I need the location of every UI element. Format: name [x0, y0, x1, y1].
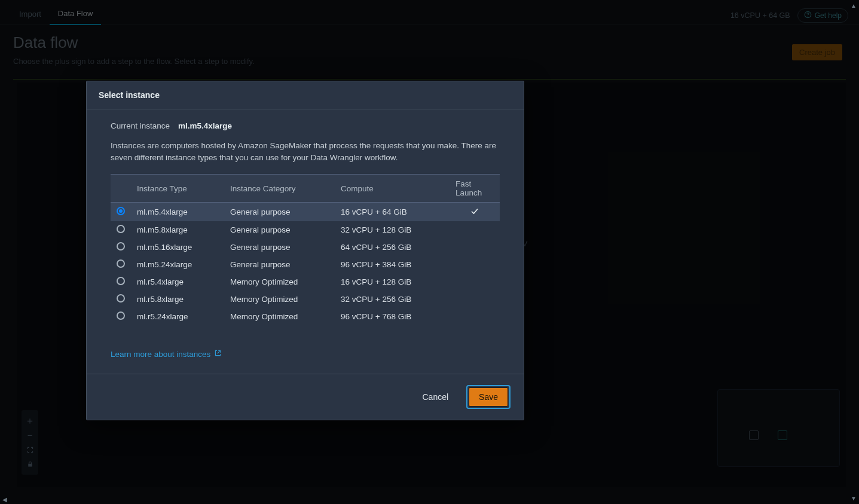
learn-more-label: Learn more about instances — [111, 350, 210, 359]
col-compute: Compute — [335, 175, 450, 203]
current-instance-value: ml.m5.4xlarge — [178, 121, 232, 130]
instance-fast-cell — [450, 239, 500, 256]
help-icon — [804, 11, 812, 20]
instance-radio[interactable] — [117, 207, 125, 215]
instance-category-cell: General purpose — [224, 203, 335, 222]
canvas-tools: ＋ － — [22, 410, 38, 475]
instance-fast-cell — [450, 221, 500, 239]
top-tab-bar: Import Data Flow 16 vCPU + 64 GB Get hel… — [0, 6, 859, 25]
instance-radio[interactable] — [117, 225, 125, 233]
instance-row[interactable]: ml.r5.8xlargeMemory Optimized32 vCPU + 2… — [111, 291, 500, 308]
instance-fast-cell — [450, 256, 500, 273]
col-instance-category: Instance Category — [224, 175, 335, 203]
modal-description: Instances are computers hosted by Amazon… — [111, 140, 500, 163]
instance-radio[interactable] — [117, 242, 125, 251]
header-divider — [13, 79, 846, 80]
instance-fast-cell — [450, 291, 500, 308]
check-icon — [470, 209, 479, 218]
instance-type-cell: ml.r5.24xlarge — [131, 308, 224, 325]
tab-data-flow[interactable]: Data Flow — [50, 5, 102, 25]
lock-button[interactable] — [23, 457, 37, 471]
learn-more-link[interactable]: Learn more about instances — [111, 349, 222, 359]
modal-header: Select instance — [87, 81, 524, 109]
zoom-in-button[interactable]: ＋ — [23, 414, 37, 428]
instance-radio[interactable] — [117, 311, 125, 320]
minimap[interactable] — [717, 389, 840, 467]
create-job-button[interactable]: Create job — [792, 44, 842, 60]
tab-import[interactable]: Import — [11, 6, 50, 25]
page-header: Data flow Choose the plus sign to add a … — [13, 33, 846, 66]
modal-footer: Cancel Save — [87, 374, 524, 420]
cancel-button[interactable]: Cancel — [414, 388, 457, 406]
instance-row[interactable]: ml.m5.24xlargeGeneral purpose96 vCPU + 3… — [111, 256, 500, 273]
instance-compute-cell: 32 vCPU + 256 GiB — [335, 291, 450, 308]
instance-fast-cell — [450, 203, 500, 222]
instance-fast-cell — [450, 273, 500, 291]
instance-category-cell: Memory Optimized — [224, 291, 335, 308]
svg-point-1 — [808, 16, 808, 16]
instance-type-cell: ml.m5.8xlarge — [131, 221, 224, 239]
select-instance-modal: Select instance Current instance ml.m5.4… — [86, 81, 524, 420]
col-instance-type: Instance Type — [131, 175, 224, 203]
modal-body: Current instance ml.m5.4xlarge Instances… — [87, 109, 524, 374]
minimap-node — [749, 430, 759, 440]
instance-compute-cell: 96 vCPU + 384 GiB — [335, 256, 450, 273]
instance-row[interactable]: ml.m5.8xlargeGeneral purpose32 vCPU + 12… — [111, 221, 500, 239]
scroll-left-icon[interactable]: ◀ — [2, 496, 7, 503]
scroll-up-icon[interactable]: ▲ — [851, 2, 857, 9]
get-help-label: Get help — [815, 11, 842, 20]
instance-type-cell: ml.m5.16xlarge — [131, 239, 224, 256]
page-title: Data flow — [13, 33, 846, 52]
col-fast-launch: Fast Launch — [450, 175, 500, 203]
instance-compute-cell: 64 vCPU + 256 GiB — [335, 239, 450, 256]
instance-category-cell: General purpose — [224, 221, 335, 239]
instance-type-cell: ml.r5.4xlarge — [131, 273, 224, 291]
instance-row[interactable]: ml.m5.4xlargeGeneral purpose16 vCPU + 64… — [111, 203, 500, 222]
instance-radio[interactable] — [117, 294, 125, 303]
instance-category-cell: General purpose — [224, 256, 335, 273]
current-instance-label: Current instance — [111, 121, 170, 130]
external-link-icon — [214, 349, 222, 359]
modal-title: Select instance — [99, 90, 512, 100]
instance-compute-cell: 32 vCPU + 128 GiB — [335, 221, 450, 239]
instance-radio[interactable] — [117, 277, 125, 285]
top-compute-label: 16 vCPU + 64 GB — [730, 11, 790, 20]
save-button-focus-ring: Save — [466, 385, 510, 409]
instance-type-cell: ml.m5.24xlarge — [131, 256, 224, 273]
instance-compute-cell: 16 vCPU + 64 GiB — [335, 203, 450, 222]
instance-row[interactable]: ml.r5.4xlargeMemory Optimized16 vCPU + 1… — [111, 273, 500, 291]
page-subtitle: Choose the plus sign to add a step to th… — [13, 57, 846, 66]
instance-category-cell: Memory Optimized — [224, 308, 335, 325]
instance-category-cell: Memory Optimized — [224, 273, 335, 291]
instance-fast-cell — [450, 308, 500, 325]
vertical-scrollbar[interactable]: ▲ ▼ — [849, 2, 858, 502]
scroll-down-icon[interactable]: ▼ — [851, 495, 857, 502]
instances-table: Instance Type Instance Category Compute … — [111, 174, 500, 325]
get-help-button[interactable]: Get help — [797, 8, 848, 23]
instance-row[interactable]: ml.m5.16xlargeGeneral purpose64 vCPU + 2… — [111, 239, 500, 256]
instance-radio[interactable] — [117, 259, 125, 268]
instance-compute-cell: 96 vCPU + 768 GiB — [335, 308, 450, 325]
instance-category-cell: General purpose — [224, 239, 335, 256]
instance-compute-cell: 16 vCPU + 128 GiB — [335, 273, 450, 291]
minimap-node — [778, 430, 787, 440]
instance-row[interactable]: ml.r5.24xlargeMemory Optimized96 vCPU + … — [111, 308, 500, 325]
zoom-out-button[interactable]: － — [23, 428, 37, 442]
instance-type-cell: ml.m5.4xlarge — [131, 203, 224, 222]
instance-type-cell: ml.r5.8xlarge — [131, 291, 224, 308]
save-button[interactable]: Save — [469, 387, 508, 407]
fit-screen-button[interactable] — [23, 442, 37, 457]
